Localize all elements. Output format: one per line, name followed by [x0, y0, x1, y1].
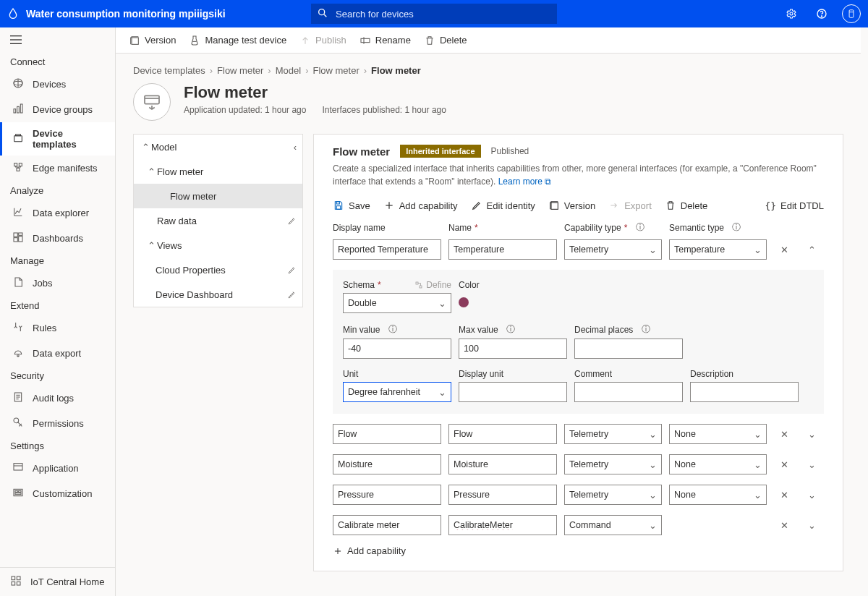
capability-type-select[interactable]: Telemetry⌄: [564, 485, 662, 505]
capability-type-select[interactable]: Command⌄: [564, 515, 662, 535]
max-value-input[interactable]: [459, 339, 567, 359]
chevron-down-icon: ⌃: [145, 240, 157, 251]
semantic-type-select[interactable]: Temperature⌄: [669, 239, 767, 260]
cmd-save[interactable]: Save: [333, 200, 370, 211]
tree-node-flowmeter-parent[interactable]: ⌃ Flow meter: [134, 159, 302, 184]
semantic-type-select[interactable]: None⌄: [669, 424, 767, 444]
display-name-input[interactable]: [333, 485, 441, 505]
cmd-version-interface[interactable]: Version: [548, 200, 595, 211]
sidebar-item-edge-manifests[interactable]: Edge manifests: [0, 156, 115, 181]
tree-node-views[interactable]: ⌃ Views: [134, 233, 302, 257]
open-external-icon: ⧉: [545, 176, 551, 187]
export-icon: [12, 346, 24, 360]
sidebar-item-rules[interactable]: Rules: [0, 315, 115, 341]
capability-type-select[interactable]: Telemetry⌄: [564, 424, 662, 444]
decimal-places-input[interactable]: [574, 339, 683, 359]
capability-type-select[interactable]: Telemetry⌄: [564, 454, 662, 474]
crumb-0[interactable]: Device templates: [133, 65, 205, 76]
remove-capability-button[interactable]: ✕: [774, 515, 794, 535]
cmd-delete-interface[interactable]: Delete: [665, 200, 708, 211]
template-command-bar: Version Manage test device Publish Renam…: [116, 27, 861, 54]
description-input[interactable]: [690, 382, 799, 402]
sidebar-group-security: Security: [0, 366, 115, 386]
name-input[interactable]: [448, 424, 557, 444]
display-name-input[interactable]: [333, 454, 441, 474]
cmd-add-capability[interactable]: Add capability: [383, 200, 458, 211]
chevron-left-icon[interactable]: ‹: [294, 142, 297, 153]
account-avatar[interactable]: [842, 4, 861, 23]
name-input[interactable]: [448, 485, 557, 505]
remove-capability-button[interactable]: ✕: [774, 485, 794, 505]
edit-icon[interactable]: [287, 265, 297, 275]
tree-node-raw-data[interactable]: Raw data: [134, 208, 302, 233]
expand-capability-button[interactable]: ⌄: [801, 454, 822, 474]
semantic-type-select[interactable]: None⌄: [669, 454, 767, 474]
sidebar-item-audit-logs[interactable]: Audit logs: [0, 386, 115, 411]
edit-icon[interactable]: [287, 216, 297, 226]
info-icon: ⓘ: [388, 323, 397, 336]
name-input[interactable]: [448, 454, 557, 474]
cmd-manage-test-device[interactable]: Manage test device: [189, 35, 286, 46]
sidebar-item-data-explorer[interactable]: Data explorer: [0, 200, 115, 226]
sidebar-item-jobs[interactable]: Jobs: [0, 271, 115, 296]
min-value-input[interactable]: [343, 339, 451, 359]
crumb-1[interactable]: Flow meter: [217, 65, 263, 76]
cmd-version[interactable]: Version: [129, 35, 176, 46]
color-picker[interactable]: [459, 297, 469, 307]
semantic-type-select[interactable]: None⌄: [669, 485, 767, 505]
settings-button[interactable]: [781, 4, 801, 24]
add-capability-button[interactable]: Add capability: [333, 545, 824, 556]
hamburger-toggle[interactable]: [0, 27, 115, 52]
display-name-input[interactable]: [333, 515, 441, 535]
water-drop-icon: [7, 7, 19, 21]
sidebar-item-device-templates[interactable]: Device templates: [0, 122, 115, 156]
display-name-input[interactable]: [333, 424, 441, 444]
remove-capability-button[interactable]: ✕: [774, 239, 794, 260]
sidebar-item-dashboards[interactable]: Dashboards: [0, 226, 115, 251]
sidebar-item-permissions[interactable]: Permissions: [0, 411, 115, 436]
sidebar-item-devices[interactable]: Devices: [0, 72, 115, 97]
tree-node-cloud-properties[interactable]: Cloud Properties: [134, 257, 302, 282]
app-settings-icon: [12, 461, 24, 475]
tree-node-device-dashboard[interactable]: Device Dashboard: [134, 282, 302, 307]
name-input[interactable]: [448, 515, 557, 535]
tree-node-flowmeter-child[interactable]: Flow meter: [134, 184, 302, 208]
learn-more-link[interactable]: Learn more ⧉: [498, 176, 552, 187]
sidebar-item-device-groups[interactable]: Device groups: [0, 97, 115, 122]
expand-capability-button[interactable]: ⌄: [801, 515, 822, 535]
main-content: Version Manage test device Publish Renam…: [116, 27, 868, 596]
cmd-rename[interactable]: Rename: [359, 35, 411, 46]
comment-input[interactable]: [574, 382, 683, 402]
expand-capability-button[interactable]: ⌄: [801, 485, 822, 505]
remove-capability-button[interactable]: ✕: [774, 424, 794, 444]
global-search[interactable]: [311, 4, 557, 24]
capability-type-select[interactable]: Telemetry⌄: [564, 239, 662, 260]
sidebar-group-manage: Manage: [0, 251, 115, 271]
interface-detail-panel: Flow meter Inherited interface Published…: [313, 134, 843, 571]
collapse-capability-button[interactable]: ⌃: [801, 239, 822, 260]
svg-rect-5: [849, 10, 854, 18]
left-sidebar: Connect Devices Device groups Device tem…: [0, 27, 116, 596]
devices-icon: [12, 77, 24, 91]
name-input[interactable]: [448, 239, 557, 260]
display-unit-input[interactable]: [459, 382, 567, 402]
sidebar-item-application[interactable]: Application: [0, 456, 115, 481]
search-input[interactable]: [334, 8, 551, 20]
chart-icon: [12, 206, 24, 220]
tree-node-model[interactable]: ⌃ Model ‹: [134, 135, 302, 159]
display-name-input[interactable]: [333, 239, 441, 260]
cmd-edit-identity[interactable]: Edit identity: [471, 200, 535, 211]
schema-select[interactable]: Double⌄: [343, 293, 451, 313]
sidebar-item-data-export[interactable]: Data export: [0, 341, 115, 366]
cmd-delete[interactable]: Delete: [424, 35, 467, 46]
help-button[interactable]: [812, 4, 832, 24]
cmd-edit-dtdl[interactable]: {}Edit DTDL: [765, 200, 824, 211]
sidebar-item-customization[interactable]: Customization: [0, 481, 115, 506]
expand-capability-button[interactable]: ⌄: [801, 424, 822, 444]
crumb-3[interactable]: Flow meter: [312, 65, 359, 76]
remove-capability-button[interactable]: ✕: [774, 454, 794, 474]
sidebar-footer-home[interactable]: IoT Central Home: [0, 567, 115, 596]
unit-select[interactable]: Degree fahrenheit⌄: [343, 382, 451, 402]
crumb-2[interactable]: Model: [276, 65, 301, 76]
edit-icon[interactable]: [287, 290, 297, 299]
